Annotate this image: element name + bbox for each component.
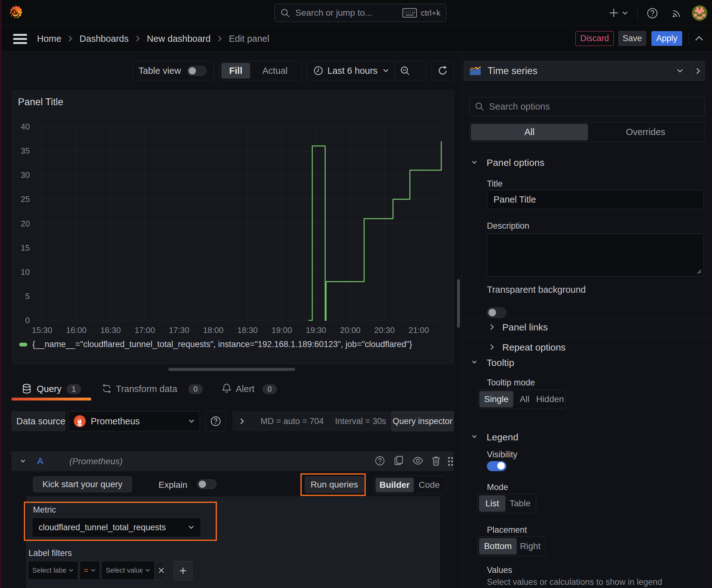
placement-right[interactable]: Right — [517, 538, 544, 554]
query-help-icon[interactable] — [375, 456, 385, 466]
add-filter-button[interactable] — [174, 561, 192, 581]
avatar[interactable] — [692, 5, 707, 21]
breadcrumb: Home Dashboards New dashboard Edit panel — [37, 26, 269, 51]
tooltip-single[interactable]: Single — [479, 391, 513, 407]
panel-options-header[interactable]: Panel options — [487, 158, 544, 168]
save-button[interactable]: Save — [619, 31, 646, 46]
database-icon — [22, 384, 31, 394]
select-value-dropdown[interactable]: Select value — [102, 561, 155, 580]
placement-label: Placement — [487, 525, 527, 535]
svg-text:17:00: 17:00 — [135, 326, 155, 335]
help-button[interactable] — [647, 7, 658, 19]
svg-text:25: 25 — [21, 194, 30, 204]
tooltip-hidden[interactable]: Hidden — [536, 391, 564, 407]
svg-text:21:00: 21:00 — [408, 326, 429, 335]
active-tab-underline — [12, 398, 91, 400]
nav-bar: Home Dashboards New dashboard Edit panel… — [0, 26, 712, 51]
tab-all[interactable]: All — [471, 124, 588, 141]
description-textarea[interactable] — [487, 233, 704, 276]
svg-text:10: 10 — [21, 267, 30, 277]
legend-swatch — [19, 343, 27, 346]
panel-links-header[interactable]: Panel links — [502, 322, 548, 333]
caret-down-icon — [145, 569, 150, 572]
query-editor-body: Metric cloudflared_tunnel_total_requests… — [26, 496, 440, 588]
breadcrumb-new-dashboard[interactable]: New dashboard — [147, 34, 211, 44]
refresh-button[interactable] — [431, 61, 454, 80]
trash-icon[interactable] — [431, 456, 441, 466]
operator-dropdown[interactable]: = — [80, 561, 100, 580]
placement-bottom[interactable]: Bottom — [479, 538, 517, 554]
query-header[interactable]: A (Prometheus) — [11, 451, 454, 471]
visibility-toggle[interactable] — [487, 461, 506, 471]
query-inspector-button[interactable]: Query inspector — [391, 411, 454, 431]
menu-icon[interactable] — [13, 34, 27, 45]
fill-option[interactable]: Fill — [221, 63, 250, 79]
tab-query[interactable]: Query — [37, 384, 62, 394]
transparent-toggle[interactable] — [487, 308, 506, 318]
query-collapse-icon[interactable] — [20, 459, 26, 463]
sidebar-collapse-button[interactable] — [691, 67, 705, 75]
options-chevron-icon[interactable] — [240, 418, 244, 425]
caret-down-icon — [90, 569, 96, 572]
metric-value: cloudflared_tunnel_total_requests — [39, 523, 188, 532]
options-search[interactable]: Search options — [469, 97, 705, 116]
duplicate-icon[interactable] — [394, 456, 404, 466]
repeat-options-chevron-icon — [490, 344, 494, 351]
drag-grip-icon[interactable] — [447, 456, 454, 466]
repeat-options-header[interactable]: Repeat options — [502, 342, 566, 353]
select-label-dropdown[interactable]: Select label — [28, 561, 78, 580]
breadcrumb-dashboards[interactable]: Dashboards — [80, 34, 128, 44]
actual-option[interactable]: Actual — [250, 63, 300, 79]
tab-transform[interactable]: Transform data — [116, 384, 177, 394]
metric-select[interactable]: cloudflared_tunnel_total_requests — [32, 518, 201, 537]
chart: 051015202530354015:3016:0016:3017:0017:3… — [12, 91, 454, 336]
add-button[interactable] — [608, 7, 619, 18]
kickstart-button[interactable]: Kick start your query — [33, 477, 132, 492]
query-ref[interactable]: A — [37, 456, 43, 466]
tab-alert[interactable]: Alert — [236, 384, 255, 394]
viz-picker[interactable]: Time series — [464, 61, 705, 81]
alert-count-badge: 0 — [262, 384, 277, 394]
table-view-toggle[interactable] — [187, 66, 207, 76]
mode-table[interactable]: Table — [505, 495, 535, 512]
explain-toggle[interactable] — [197, 479, 217, 489]
grafana-logo[interactable] — [8, 4, 24, 21]
chart-legend[interactable]: {__name__="cloudflared_tunnel_total_requ… — [19, 339, 412, 349]
mode-label: Mode — [487, 482, 508, 492]
tooltip-all[interactable]: All — [513, 391, 536, 407]
legend-label: {__name__="cloudflared_tunnel_total_requ… — [33, 339, 412, 349]
code-option[interactable]: Code — [414, 478, 445, 492]
time-range-picker[interactable]: Last 6 hours — [307, 61, 426, 80]
svg-text:19:00: 19:00 — [272, 326, 292, 335]
zoom-out-button[interactable] — [400, 66, 410, 76]
resize-handle-icon[interactable] — [696, 269, 702, 274]
remove-filter-button[interactable] — [155, 561, 165, 580]
eye-icon[interactable] — [412, 456, 423, 466]
global-search[interactable]: Search or jump to... ctrl+k — [274, 4, 447, 22]
mode-list[interactable]: List — [479, 495, 505, 512]
mode-group: List Table — [477, 494, 536, 513]
panel-options-caret-icon[interactable] — [472, 160, 477, 164]
metric-label: Metric — [33, 505, 56, 515]
title-input[interactable]: Panel Title — [487, 190, 704, 209]
collapse-button[interactable] — [694, 35, 704, 41]
datasource-select[interactable]: Prometheus — [68, 411, 200, 431]
panel-links-chevron-icon — [490, 323, 494, 331]
add-caret-icon[interactable] — [622, 11, 628, 15]
breadcrumb-home[interactable]: Home — [37, 34, 61, 44]
select-label-placeholder: Select label — [33, 566, 66, 574]
discard-button[interactable]: Discard — [576, 31, 614, 46]
legend-header[interactable]: Legend — [487, 432, 518, 443]
tooltip-header[interactable]: Tooltip — [487, 357, 514, 368]
tab-overrides[interactable]: Overrides — [588, 124, 703, 141]
scrollbar-thumb[interactable] — [457, 279, 460, 328]
legend-caret-icon[interactable] — [472, 435, 477, 439]
tooltip-caret-icon[interactable] — [472, 360, 477, 364]
datasource-help-button[interactable] — [206, 411, 226, 431]
run-queries-button[interactable]: Run queries — [305, 477, 364, 493]
builder-option[interactable]: Builder — [375, 478, 414, 492]
news-icon[interactable] — [671, 8, 682, 19]
apply-button[interactable]: Apply — [651, 31, 682, 46]
chevron-right-icon — [136, 35, 140, 42]
drag-handle[interactable] — [168, 368, 295, 371]
